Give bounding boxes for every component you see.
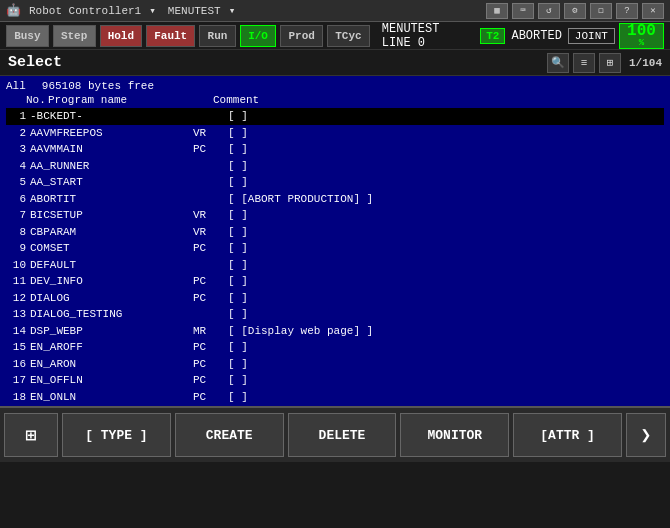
run-button[interactable]: Run [199,25,236,47]
help-btn[interactable]: ? [616,3,638,19]
grid-view-icon[interactable]: ⊞ [599,53,621,73]
table-row[interactable]: 8CBPARAMVR[ ] [6,224,664,241]
step-button[interactable]: Step [53,25,96,47]
row-number: 7 [6,209,28,221]
window-btn[interactable]: ◻ [590,3,612,19]
table-row[interactable]: 12DIALOGPC[ ] [6,290,664,307]
title-menu-dropdown[interactable]: ▾ [229,4,236,17]
row-number: 3 [6,143,28,155]
percent-value: 100 [627,23,656,39]
select-title: Select [8,54,547,71]
tcyc-button[interactable]: TCyc [327,25,370,47]
page-info: 1/104 [629,57,662,69]
joint-box: JOINT [568,28,615,44]
info-all: All [6,80,26,92]
robot-label[interactable]: Robot Controller1 [29,5,141,17]
table-row[interactable]: 15EN_AROFFPC[ ] [6,339,664,356]
select-header: Select 🔍 ≡ ⊞ 1/104 [0,50,670,76]
row-comment: [ [Display web page] ] [228,325,373,337]
row-type: PC [193,341,228,353]
busy-button[interactable]: Busy [6,25,49,47]
menu-status: MENUTEST LINE 0 T2 ABORTED JOINT [382,22,615,50]
col-name-header: Program name [48,94,213,106]
table-row[interactable]: 11DEV_INFOPC[ ] [6,273,664,290]
table-row[interactable]: 18EN_ONLNPC[ ] [6,389,664,406]
calc-btn[interactable]: ▦ [486,3,508,19]
info-bytes: 965108 bytes free [42,80,154,92]
row-comment: [ [ABORT PRODUCTION] ] [228,193,373,205]
table-row[interactable]: 6ABORTIT[ [ABORT PRODUCTION] ] [6,191,664,208]
row-name: ABORTIT [28,193,193,205]
create-button[interactable]: CREATE [175,413,284,457]
list-view-icon[interactable]: ≡ [573,53,595,73]
table-row[interactable]: 9COMSETPC[ ] [6,240,664,257]
row-number: 9 [6,242,28,254]
title-bar: 🤖 Robot Controller1 ▾ MENUTEST ▾ ▦ ⌨ ↺ ⚙… [0,0,670,22]
row-comment: [ ] [228,110,248,122]
table-row[interactable]: 13DIALOG_TESTING [ ] [6,306,664,323]
io-button[interactable]: I/O [240,25,277,47]
table-row[interactable]: 16EN_ARONPC[ ] [6,356,664,373]
program-area: All 965108 bytes free No. Program name C… [0,76,670,406]
row-comment: [ ] [228,259,248,271]
table-row[interactable]: 1-BCKEDT-[ ] [6,108,664,125]
header-icons: 🔍 ≡ ⊞ 1/104 [547,53,662,73]
refresh-btn[interactable]: ↺ [538,3,560,19]
keyboard-btn[interactable]: ⌨ [512,3,534,19]
table-row[interactable]: 7BICSETUPVR[ ] [6,207,664,224]
col-no-header: No. [26,94,48,106]
attr-label: [ATTR ] [540,428,595,443]
table-row[interactable]: 2AAVMFREEPOSVR[ ] [6,125,664,142]
row-name: EN_OFFLN [28,374,193,386]
table-row[interactable]: 5AA_START [ ] [6,174,664,191]
fault-button[interactable]: Fault [146,25,195,47]
table-row[interactable]: 17EN_OFFLNPC[ ] [6,372,664,389]
grid-button[interactable]: ⊞ [4,413,58,457]
grid-icon: ⊞ [26,424,37,446]
delete-button[interactable]: DELETE [288,413,397,457]
settings-btn[interactable]: ⚙ [564,3,586,19]
list-info: All 965108 bytes free [6,80,664,92]
row-type: PC [193,275,228,287]
row-number: 13 [6,308,28,320]
prod-button[interactable]: Prod [280,25,323,47]
t2-badge: T2 [480,28,505,44]
row-comment: [ ] [228,160,248,172]
row-number: 16 [6,358,28,370]
row-name: AAVMMAIN [28,143,193,155]
next-button[interactable]: ❯ [626,413,666,457]
row-name: AA_START [28,176,193,188]
row-comment: [ ] [228,176,248,188]
table-row[interactable]: 14DSP_WEBPMR[ [Display web page] ] [6,323,664,340]
row-comment: [ ] [228,226,248,238]
close-btn[interactable]: ✕ [642,3,664,19]
type-button[interactable]: [ TYPE ] [62,413,171,457]
attr-button[interactable]: [ATTR ] [513,413,622,457]
row-number: 12 [6,292,28,304]
title-dropdown-arrow[interactable]: ▾ [149,4,156,17]
row-name: AAVMFREEPOS [28,127,193,139]
status-bar: Busy Step Hold Fault Run I/O Prod TCyc M… [0,22,670,50]
bottom-toolbar: ⊞ [ TYPE ] CREATE DELETE MONITOR [ATTR ]… [0,406,670,462]
table-row[interactable]: 4AA_RUNNER [ ] [6,158,664,175]
table-row[interactable]: 3AAVMMAINPC[ ] [6,141,664,158]
percent-box: 100 % [619,23,664,49]
row-number: 11 [6,275,28,287]
hold-button[interactable]: Hold [100,25,143,47]
row-number: 14 [6,325,28,337]
row-name: BICSETUP [28,209,193,221]
column-headers: No. Program name Comment [6,94,664,106]
row-name: COMSET [28,242,193,254]
menu-label[interactable]: MENUTEST [168,5,221,17]
zoom-icon[interactable]: 🔍 [547,53,569,73]
row-type: VR [193,226,228,238]
col-comment-header: Comment [213,94,413,106]
robot-icon: 🤖 [6,3,21,18]
monitor-button[interactable]: MONITOR [400,413,509,457]
row-type: PC [193,143,228,155]
row-number: 10 [6,259,28,271]
row-comment: [ ] [228,308,248,320]
row-comment: [ ] [228,358,248,370]
table-row[interactable]: 10DEFAULT [ ] [6,257,664,274]
menu-line-label: MENUTEST LINE 0 [382,22,474,50]
